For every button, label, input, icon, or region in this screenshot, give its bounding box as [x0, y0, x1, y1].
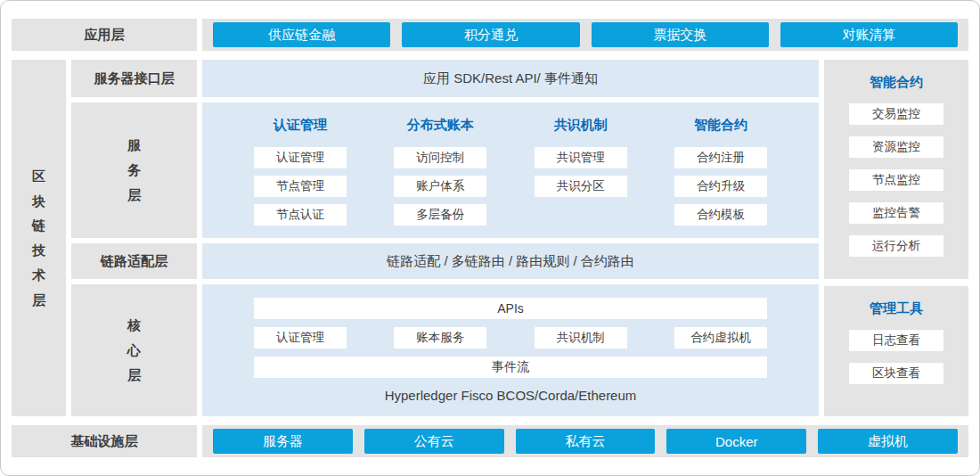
infra-layer-row: 基础设施层 服务器 公有云 私有云 Docker 虚拟机 [12, 425, 968, 457]
column-header: 智能合约 [674, 115, 767, 135]
service-column-consensus: 共识机制 共识管理 共识分区 [535, 115, 627, 227]
platforms-text: Hyperledger Fisco BCOS/Corda/Ethereum [254, 386, 767, 403]
core-item: 共识机制 [535, 327, 627, 349]
interface-layer-row: 服务器接口层 应用 SDK/Rest API/ 事件通知 [71, 60, 819, 97]
infra-button-private-cloud: 私有云 [516, 429, 656, 454]
right-panels: 智能合约 交易监控 资源监控 节点监控 监控告警 运行分析 管理工具 日志查看 … [824, 60, 968, 416]
core-items-row: 认证管理 账本服务 共识机制 合约虚拟机 [254, 327, 767, 349]
infra-button-public-cloud: 公有云 [364, 429, 504, 454]
app-button-supply-chain-finance: 供应链金融 [213, 22, 390, 47]
service-item: 账户体系 [394, 176, 486, 197]
event-stream-bar: 事件流 [254, 357, 767, 378]
column-header: 认证管理 [254, 115, 347, 135]
apis-bar: APIs [254, 298, 767, 319]
app-button-bill-exchange: 票据交换 [592, 22, 769, 47]
panel-header: 智能合约 [849, 74, 943, 92]
service-item: 共识管理 [535, 147, 627, 168]
service-item: 合约升级 [674, 176, 767, 197]
service-item: 共识分区 [535, 176, 627, 197]
panel-item: 区块查看 [849, 363, 943, 384]
app-button-points-exchange: 积分通兑 [402, 22, 579, 47]
app-layer-label: 应用层 [12, 19, 197, 51]
service-item: 合约模板 [674, 204, 767, 226]
architecture-diagram: 应用层 供应链金融 积分通兑 票据交换 对账清算 区块链技术层 服务器接口层 应… [0, 0, 980, 476]
panel-item: 运行分析 [849, 235, 943, 257]
service-item: 认证管理 [254, 147, 347, 168]
service-item: 多层备份 [394, 204, 486, 226]
management-tools-panel: 管理工具 日志查看 区块查看 [824, 286, 968, 416]
link-layer-label: 链路适配层 [71, 243, 197, 279]
link-layer-row: 链路适配层 链路适配 / 多链路由 / 路由规则 / 合约路由 [71, 243, 819, 279]
core-item: 合约虚拟机 [674, 327, 767, 349]
column-header: 分布式账本 [394, 115, 486, 135]
service-column-smart-contract: 智能合约 合约注册 合约升级 合约模板 [674, 115, 767, 227]
panel-item: 资源监控 [849, 136, 943, 158]
interface-layer-label: 服务器接口层 [71, 60, 197, 97]
infra-layer-strip: 服务器 公有云 私有云 Docker 虚拟机 [202, 425, 968, 457]
blockchain-tech-band: 区块链技术层 服务器接口层 应用 SDK/Rest API/ 事件通知 服务层 … [12, 60, 968, 416]
service-item: 访问控制 [394, 147, 486, 168]
panel-item: 监控告警 [849, 202, 943, 224]
infra-button-docker: Docker [666, 429, 806, 454]
panel-item: 日志查看 [849, 330, 943, 351]
core-item: 认证管理 [254, 327, 347, 349]
infra-button-server: 服务器 [213, 429, 353, 454]
app-layer-strip: 供应链金融 积分通兑 票据交换 对账清算 [202, 19, 968, 51]
service-layer-row: 服务层 认证管理 认证管理 节点管理 节点认证 分布式账本 访问控制 账户体系 … [71, 103, 819, 238]
core-layer-label: 核心层 [71, 284, 197, 416]
core-item: 账本服务 [394, 327, 486, 349]
infra-button-vm: 虚拟机 [818, 429, 958, 454]
app-button-reconciliation: 对账清算 [780, 22, 958, 47]
app-layer-row: 应用层 供应链金融 积分通兑 票据交换 对账清算 [12, 19, 968, 51]
smart-contract-panel: 智能合约 交易监控 资源监控 节点监控 监控告警 运行分析 [824, 60, 968, 279]
column-header: 共识机制 [535, 115, 627, 135]
service-column-ledger: 分布式账本 访问控制 账户体系 多层备份 [394, 115, 486, 227]
link-bar: 链路适配 / 多链路由 / 路由规则 / 合约路由 [202, 243, 819, 279]
service-layer-box: 认证管理 认证管理 节点管理 节点认证 分布式账本 访问控制 账户体系 多层备份… [202, 103, 819, 238]
infra-layer-label: 基础设施层 [12, 425, 197, 457]
service-item: 合约注册 [674, 147, 767, 168]
sdk-bar: 应用 SDK/Rest API/ 事件通知 [202, 60, 819, 97]
core-layer-row: 核心层 APIs 认证管理 账本服务 共识机制 合约虚拟机 事件流 Hyperl… [71, 284, 819, 416]
core-layer-box: APIs 认证管理 账本服务 共识机制 合约虚拟机 事件流 Hyperledge… [202, 284, 819, 416]
panel-item: 交易监控 [849, 103, 943, 125]
panel-item: 节点监控 [849, 169, 943, 191]
service-item: 节点管理 [254, 176, 347, 197]
service-layer-label: 服务层 [71, 103, 197, 238]
blockchain-tech-layer-label: 区块链技术层 [12, 60, 66, 416]
tech-layer-rows: 服务器接口层 应用 SDK/Rest API/ 事件通知 服务层 认证管理 认证… [71, 60, 819, 416]
panel-header: 管理工具 [849, 300, 943, 318]
service-column-auth: 认证管理 认证管理 节点管理 节点认证 [254, 115, 347, 227]
service-item: 节点认证 [254, 204, 347, 226]
